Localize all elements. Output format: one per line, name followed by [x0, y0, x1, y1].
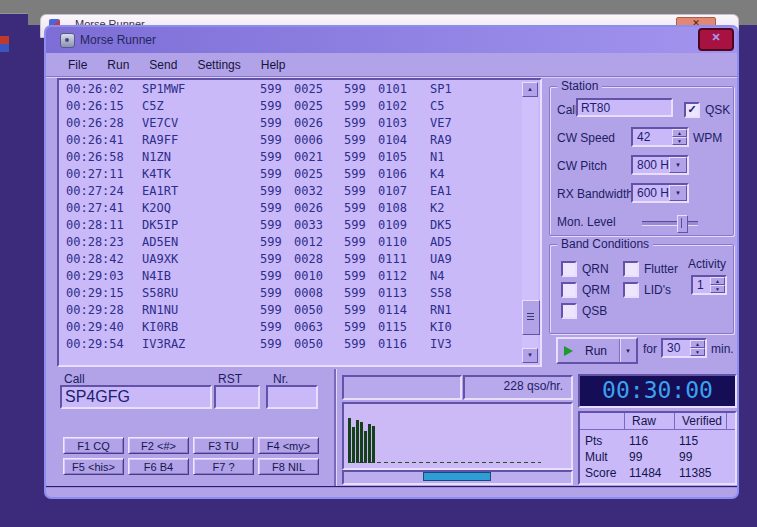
timer-value: 00:30:00 [580, 377, 735, 403]
menu-bar: FileRunSendSettingsHelp [46, 53, 737, 77]
play-icon [564, 346, 573, 356]
scroll-down-icon[interactable]: ▼ [522, 348, 538, 363]
desktop-icon[interactable] [0, 36, 9, 52]
fkey-button-f4[interactable]: F4 <my> [258, 437, 319, 454]
log-cell: 599 [344, 81, 378, 98]
checkbox-qrn[interactable]: QRN [561, 258, 610, 279]
menu-item-file[interactable]: File [58, 55, 97, 75]
station-group-title: Station [557, 79, 602, 93]
cw-pitch-dropdown-icon[interactable]: ▼ [669, 157, 687, 173]
nr-entry-input[interactable] [266, 385, 318, 409]
qso-log: 00:26:02SP1MWF59900255990101SP100:26:15C… [57, 78, 542, 367]
log-cell: 599 [344, 98, 378, 115]
log-cell: IV3 [430, 336, 520, 353]
checkbox-qsb[interactable]: QSB [561, 300, 610, 321]
log-cell: RA9 [430, 132, 520, 149]
checkbox-label: LID's [644, 283, 671, 297]
score-cell: Score [580, 465, 624, 481]
log-cell: 00:26:02 [66, 81, 142, 98]
checkbox-box[interactable] [561, 303, 577, 319]
scrollbar-thumb[interactable] [522, 300, 540, 335]
activity-spinner[interactable]: 1 ▲▼ [691, 275, 727, 295]
log-cell: 0110 [378, 234, 430, 251]
minutes-up-icon[interactable]: ▲ [690, 340, 705, 348]
log-cell: 00:29:54 [66, 336, 142, 353]
window-title: Morse Runner [80, 33, 156, 47]
log-cell: 00:26:28 [66, 115, 142, 132]
cw-speed-up-icon[interactable]: ▲ [672, 129, 687, 137]
log-cell: VE7 [430, 115, 520, 132]
score-body: Pts116115Mult9999Score1148411385 [580, 430, 735, 481]
close-button[interactable]: ✕ [698, 28, 734, 51]
log-cell: 00:28:11 [66, 217, 142, 234]
menu-item-help[interactable]: Help [251, 55, 296, 75]
scroll-up-icon[interactable]: ▲ [522, 82, 538, 97]
log-row: 00:27:24EA1RT59900325990107EA1 [59, 183, 520, 200]
session-progress[interactable] [342, 470, 573, 485]
qsk-checkbox[interactable]: ✓ [684, 102, 700, 118]
fkey-button-f7[interactable]: F7 ? [193, 458, 254, 475]
mon-level-slider[interactable] [642, 221, 698, 226]
cw-speed-down-icon[interactable]: ▼ [672, 137, 687, 145]
rst-entry-input[interactable] [214, 385, 260, 409]
fkey-button-f2[interactable]: F2 <#> [128, 437, 189, 454]
wpm-label: WPM [693, 131, 722, 145]
checkbox-qrm[interactable]: QRM [561, 279, 610, 300]
score-header-cell: Verified [674, 413, 726, 429]
log-scrollbar[interactable]: ▲ ▼ [522, 82, 538, 363]
morse-runner-window: Morse Runner ✕ FileRunSendSettingsHelp 0… [44, 25, 739, 499]
cw-speed-spinner[interactable]: 42 ▲▼ [631, 127, 689, 147]
log-cell: 599 [260, 336, 294, 353]
menu-item-settings[interactable]: Settings [187, 55, 250, 75]
rx-bandwidth-dropdown-icon[interactable]: ▼ [669, 185, 687, 201]
cw-pitch-select[interactable]: 800 Hz ▼ [631, 155, 689, 175]
run-button-label: Run [573, 344, 619, 358]
checkbox-box[interactable] [561, 261, 577, 277]
menu-item-run[interactable]: Run [97, 55, 139, 75]
log-cell: 599 [344, 166, 378, 183]
checkbox-box[interactable] [623, 261, 639, 277]
checkbox-box[interactable] [561, 282, 577, 298]
nr-label: Nr. [273, 372, 288, 386]
log-cell: 599 [260, 132, 294, 149]
fkey-button-f6[interactable]: F6 B4 [128, 458, 189, 475]
rate-bar [360, 422, 363, 463]
log-cell: 0050 [294, 336, 344, 353]
fkey-button-f5[interactable]: F5 <his> [63, 458, 124, 475]
fkey-button-f8[interactable]: F8 NIL [258, 458, 319, 475]
log-cell: 599 [260, 200, 294, 217]
fkey-button-f1[interactable]: F1 CQ [63, 437, 124, 454]
station-call-input[interactable] [576, 98, 673, 117]
activity-up-icon[interactable]: ▲ [710, 277, 725, 285]
log-cell: 599 [260, 81, 294, 98]
progress-bar [423, 472, 491, 481]
menu-item-send[interactable]: Send [139, 55, 187, 75]
call-entry-input[interactable] [60, 385, 212, 409]
rx-bandwidth-select[interactable]: 600 Hz ▼ [631, 183, 689, 203]
run-button[interactable]: Run ▼ [556, 337, 638, 364]
cw-speed-value: 42 [637, 130, 650, 144]
log-cell: N4 [430, 268, 520, 285]
activity-down-icon[interactable]: ▼ [710, 285, 725, 293]
log-cell: 599 [260, 149, 294, 166]
score-cell: 99 [674, 449, 726, 465]
score-row: Score1148411385 [580, 465, 735, 481]
mon-level-thumb[interactable] [677, 215, 688, 233]
minutes-down-icon[interactable]: ▼ [690, 348, 705, 356]
log-cell: 0114 [378, 302, 430, 319]
log-row: 00:26:41RA9FF59900065990104RA9 [59, 132, 520, 149]
checkbox-flutter[interactable]: Flutter [623, 258, 678, 279]
fkey-button-f3[interactable]: F3 TU [193, 437, 254, 454]
checkbox-box[interactable] [623, 282, 639, 298]
log-cell: 0025 [294, 166, 344, 183]
log-cell: 0033 [294, 217, 344, 234]
checkbox-lids[interactable]: LID's [623, 279, 678, 300]
score-row: Pts116115 [580, 433, 735, 449]
log-row: 00:26:15C5Z59900255990102C5 [59, 98, 520, 115]
minutes-spinner[interactable]: 30 ▲▼ [661, 338, 707, 358]
title-bar[interactable]: Morse Runner ✕ [46, 27, 737, 53]
run-dropdown-icon[interactable]: ▼ [619, 339, 636, 362]
qsk-row[interactable]: ✓ QSK [684, 99, 757, 120]
log-cell: 599 [344, 234, 378, 251]
log-cell: KI0 [430, 319, 520, 336]
